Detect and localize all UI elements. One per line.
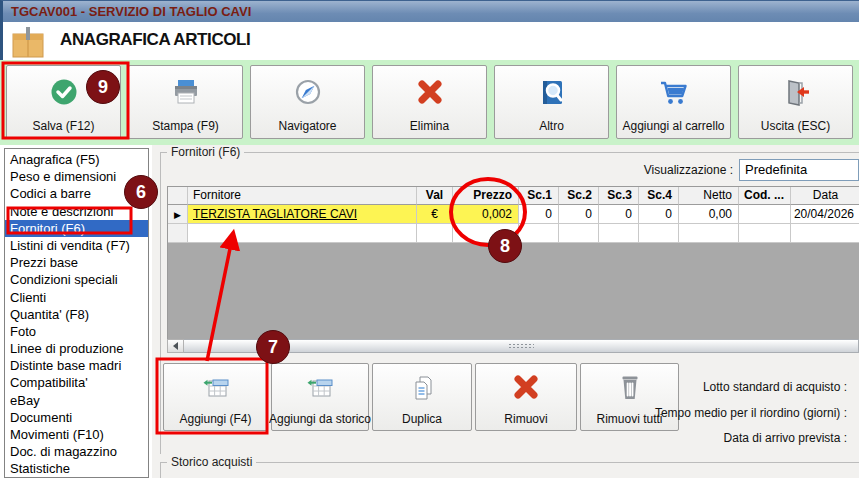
remove-button[interactable]: Rimuovi — [475, 363, 577, 431]
scroll-left-arrow-icon[interactable] — [167, 339, 184, 353]
add-to-cart-button[interactable]: Aggiungi al carrello — [616, 65, 731, 139]
add-row-icon — [200, 364, 232, 412]
duplicate-button-label: Duplica — [402, 412, 442, 426]
row-selector-cell: ▶ — [168, 205, 188, 224]
cell-netto[interactable]: 0,00 — [679, 205, 739, 224]
cell-sc3[interactable]: 0 — [599, 205, 639, 224]
table-horizontal-scrollbar[interactable] — [167, 339, 859, 353]
sidebar-item-statistiche[interactable]: Statistiche — [5, 460, 148, 477]
header-fornitore: Fornitore — [188, 187, 417, 205]
navigator-button[interactable]: Navigatore — [250, 65, 365, 139]
section-list: Anagrafica (F5) Peso e dimensioni Codici… — [4, 148, 149, 478]
data-arrivo-label: Data di arrivo prevista : — [577, 426, 847, 452]
book-magnifier-icon — [535, 66, 569, 119]
save-button-label: Salva (F12) — [32, 119, 94, 133]
print-button-label: Stampa (F9) — [152, 119, 219, 133]
sidebar-item-doc-di-magazzino[interactable]: Doc. di magazzino — [5, 443, 148, 460]
sidebar-item-ebay[interactable]: eBay — [5, 392, 148, 409]
exit-button-label: Uscita (ESC) — [761, 119, 830, 133]
exit-door-icon — [778, 66, 814, 119]
fornitori-group-title: Fornitori (F6) — [167, 145, 244, 159]
cell-val[interactable]: € — [417, 205, 453, 224]
sidebar-item-prezzi-base[interactable]: Prezzi base — [5, 254, 148, 271]
navigator-button-label: Navigatore — [278, 119, 336, 133]
table-empty-row — [168, 224, 859, 243]
save-button[interactable]: Salva (F12) — [6, 65, 121, 139]
sidebar-item-foto[interactable]: Foto — [5, 323, 148, 340]
header-sc2: Sc.2 — [559, 187, 599, 205]
delete-button[interactable]: Elimina — [372, 65, 487, 139]
compass-icon — [291, 66, 325, 119]
page-header: ANAGRAFICA ARTICOLI — [0, 22, 859, 60]
header-sc1: Sc.1 — [519, 187, 559, 205]
suppliers-table: Fornitore Val Prezzo Sc.1 Sc.2 Sc.3 Sc.4… — [167, 186, 859, 339]
sidebar-item-codici-a-barre[interactable]: Codici a barre — [5, 185, 148, 202]
print-button[interactable]: Stampa (F9) — [128, 65, 243, 139]
other-button[interactable]: Altro — [494, 65, 609, 139]
sidebar-item-condizioni-speciali[interactable]: Condizioni speciali — [5, 271, 148, 288]
sidebar-item-compatibilita[interactable]: Compatibilita' — [5, 374, 148, 391]
delete-button-label: Elimina — [410, 119, 449, 133]
shopping-cart-icon — [656, 66, 692, 119]
sidebar-item-distinte-base-madri[interactable]: Distinte base madri — [5, 357, 148, 374]
fornitori-groupbox: Fornitori (F6) Visualizzazione : Predefi… — [160, 152, 859, 454]
sidebar-item-movimenti[interactable]: Movimenti (F10) — [5, 426, 148, 443]
red-x-icon — [509, 364, 543, 412]
cell-fornitore[interactable]: TERZISTA TAGLIATORE CAVI — [188, 205, 417, 224]
header-cod: Cod. ... — [739, 187, 791, 205]
scrollbar-grip-icon — [508, 343, 534, 349]
cell-data[interactable]: 20/04/2026 — [791, 205, 859, 224]
sidebar-item-peso-e-dimensioni[interactable]: Peso e dimensioni — [5, 168, 148, 185]
window-title: TGCAV001 - SERVIZIO DI TAGLIO CAVI — [0, 0, 859, 22]
purchase-info-labels: Lotto standard di acquisto : Tempo medio… — [577, 375, 847, 452]
add-from-history-button[interactable]: Aggiungi da storico — [271, 363, 369, 431]
table-row[interactable]: ▶ TERZISTA TAGLIATORE CAVI € 0,002 0 0 0… — [168, 205, 859, 224]
sidebar-item-linee-di-produzione[interactable]: Linee di produzione — [5, 340, 148, 357]
remove-button-label: Rimuovi — [504, 412, 547, 426]
cell-cod[interactable] — [739, 205, 791, 224]
cell-prezzo[interactable]: 0,002 — [453, 205, 519, 224]
main-panel: Fornitori (F6) Visualizzazione : Predefi… — [152, 145, 859, 478]
main-toolbar: Salva (F12) Stampa (F9) — [0, 60, 859, 145]
header-data: Data — [791, 187, 859, 205]
package-icon — [10, 25, 46, 59]
app-window: TGCAV001 - SERVIZIO DI TAGLIO CAVI ANAGR… — [0, 0, 859, 478]
header-prezzo: Prezzo — [453, 187, 519, 205]
lotto-standard-label: Lotto standard di acquisto : — [577, 375, 847, 401]
cell-sc1[interactable]: 0 — [519, 205, 559, 224]
sidebar-item-quantita[interactable]: Quantita' (F8) — [5, 306, 148, 323]
storico-acquisti-group-title: Storico acquisti — [167, 455, 256, 469]
add-to-cart-button-label: Aggiungi al carrello — [622, 119, 724, 133]
header-sc3: Sc.3 — [599, 187, 639, 205]
header-netto: Netto — [679, 187, 739, 205]
red-x-icon — [413, 66, 447, 119]
row-selector-arrow-icon: ▶ — [174, 210, 181, 220]
sidebar-item-fornitori[interactable]: Fornitori (F6) — [5, 220, 148, 237]
copy-pages-icon — [406, 364, 438, 412]
page-title: ANAGRAFICA ARTICOLI — [60, 30, 250, 50]
other-button-label: Altro — [539, 119, 564, 133]
table-empty-area — [168, 243, 859, 339]
printer-icon — [169, 66, 203, 119]
visualizzazione-label: Visualizzazione : — [644, 163, 733, 177]
check-circle-icon — [47, 66, 81, 119]
cell-sc4[interactable]: 0 — [639, 205, 679, 224]
add-from-history-button-label: Aggiungi da storico — [269, 412, 371, 426]
scrollbar-thumb[interactable] — [184, 339, 859, 353]
sidebar-item-note-e-descrizioni[interactable]: Note e descrizioni — [5, 203, 148, 220]
header-sc4: Sc.4 — [639, 187, 679, 205]
sidebar-item-listini-di-vendita[interactable]: Listini di vendita (F7) — [5, 237, 148, 254]
duplicate-button[interactable]: Duplica — [372, 363, 472, 431]
storico-acquisti-groupbox: Storico acquisti — [160, 462, 859, 478]
header-val: Val — [417, 187, 453, 205]
table-header-row: Fornitore Val Prezzo Sc.1 Sc.2 Sc.3 Sc.4… — [168, 187, 859, 205]
cell-sc2[interactable]: 0 — [559, 205, 599, 224]
sidebar-item-anagrafica[interactable]: Anagrafica (F5) — [5, 151, 148, 168]
exit-button[interactable]: Uscita (ESC) — [738, 65, 853, 139]
tempo-medio-label: Tempo medio per il riordino (giorni) : — [577, 401, 847, 427]
add-row-icon — [304, 364, 336, 412]
sidebar-item-clienti[interactable]: Clienti — [5, 289, 148, 306]
add-supplier-button[interactable]: Aggiungi (F4) — [163, 363, 268, 431]
visualizzazione-select[interactable]: Predefinita — [739, 159, 859, 181]
sidebar-item-documenti[interactable]: Documenti — [5, 409, 148, 426]
